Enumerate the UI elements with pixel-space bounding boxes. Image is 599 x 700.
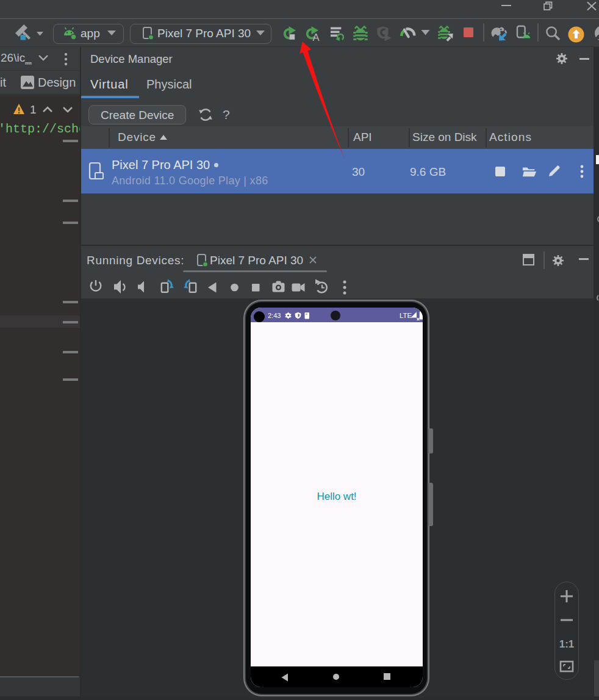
svg-text:1:1: 1:1	[559, 638, 574, 650]
svg-text:A: A	[312, 32, 319, 42]
svg-text:1: 1	[30, 103, 37, 116]
